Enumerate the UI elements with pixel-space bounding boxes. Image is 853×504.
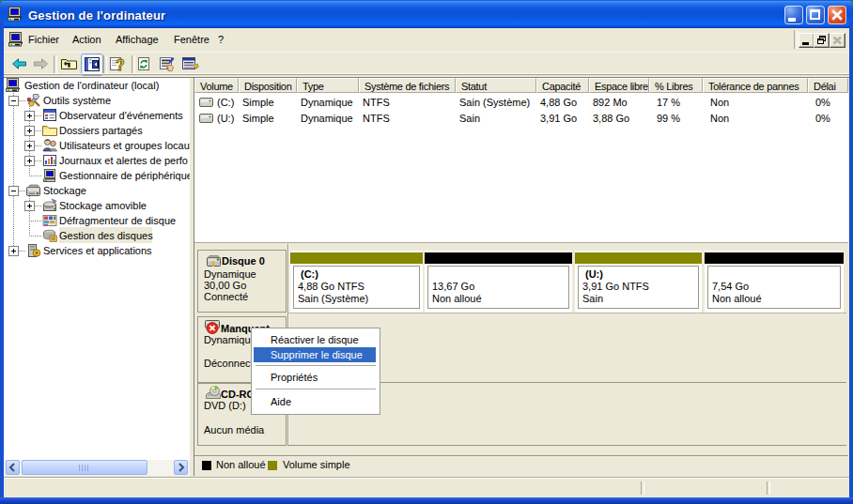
svg-text:?: ? <box>116 57 125 72</box>
